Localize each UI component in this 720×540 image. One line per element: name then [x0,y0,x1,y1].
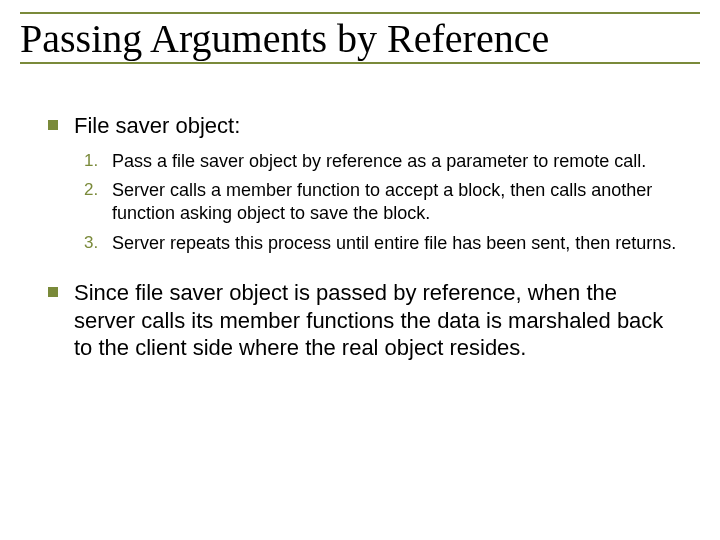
list-number: 3. [84,232,106,254]
list-number: 2. [84,179,106,201]
list-item: 3. Server repeats this process until ent… [84,232,680,255]
square-bullet-icon [48,120,58,130]
list-text: Server calls a member function to accept… [112,179,680,226]
list-text: Pass a file saver object by reference as… [112,150,680,173]
bullet-item: File saver object: [48,112,680,140]
slide: Passing Arguments by Reference File save… [0,0,720,540]
title-rule-bottom [20,62,700,64]
list-item: 1. Pass a file saver object by reference… [84,150,680,173]
square-bullet-icon [48,287,58,297]
list-text: Server repeats this process until entire… [112,232,680,255]
list-item: 2. Server calls a member function to acc… [84,179,680,226]
bullet-text: Since file saver object is passed by ref… [74,279,680,362]
bullet-item: Since file saver object is passed by ref… [48,279,680,362]
title-block: Passing Arguments by Reference [18,12,702,64]
bullet-text: File saver object: [74,112,240,140]
slide-title: Passing Arguments by Reference [18,18,702,60]
numbered-list: 1. Pass a file saver object by reference… [84,150,680,256]
slide-body: File saver object: 1. Pass a file saver … [48,112,680,372]
list-number: 1. [84,150,106,172]
title-rule-top [20,12,700,14]
